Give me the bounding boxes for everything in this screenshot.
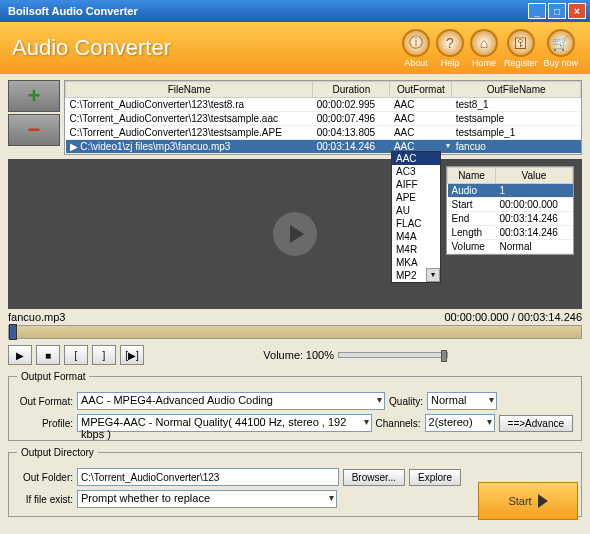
property-row[interactable]: Start00:00:00.000 xyxy=(448,198,573,212)
app-title: Audio Converter xyxy=(12,35,402,61)
mark-out-button[interactable]: ] xyxy=(92,345,116,365)
volume-slider[interactable] xyxy=(338,352,448,358)
table-row[interactable]: C:\Torrent_AudioConverter\123\testsample… xyxy=(66,112,581,126)
format-option[interactable]: AU xyxy=(392,204,440,217)
properties-table[interactable]: NameValueAudio1Start00:00:00.000End00:03… xyxy=(446,166,574,255)
seek-handle[interactable] xyxy=(9,324,17,340)
profile-select[interactable]: MPEG4-AAC - Normal Quality( 44100 Hz, st… xyxy=(77,414,372,432)
header: Audio Converter ⓘAbout?Help⌂Home⚿Registe… xyxy=(0,22,590,74)
minimize-button[interactable]: _ xyxy=(528,3,546,19)
format-option[interactable]: AAC xyxy=(392,152,440,165)
quality-label: Quality: xyxy=(389,396,423,407)
advance-button[interactable]: ==>Advance xyxy=(499,415,573,432)
column-header[interactable]: OutFormat xyxy=(390,82,452,98)
column-header[interactable]: OutFileName xyxy=(452,82,581,98)
out-folder-label: Out Folder: xyxy=(17,472,73,483)
preview-time: 00:00:00.000 / 00:03:14.246 xyxy=(444,311,582,323)
column-header[interactable]: FileName xyxy=(66,82,313,98)
close-button[interactable]: × xyxy=(568,3,586,19)
help-icon: ? xyxy=(436,29,464,57)
about-button[interactable]: ⓘAbout xyxy=(402,29,430,68)
preview-filename: fancuo.mp3 xyxy=(8,311,65,323)
play-range-button[interactable]: [▶] xyxy=(120,345,144,365)
format-option[interactable]: AIFF xyxy=(392,178,440,191)
chevron-down-icon[interactable]: ▾ xyxy=(446,141,450,150)
channels-label: Channels: xyxy=(376,418,421,429)
output-format-group: Output Format Out Format: AAC - MPEG4-Ad… xyxy=(8,371,582,441)
stop-button[interactable]: ■ xyxy=(36,345,60,365)
out-format-label: Out Format: xyxy=(17,396,73,407)
format-option[interactable]: AC3 xyxy=(392,165,440,178)
file-table[interactable]: FileNameDurationOutFormatOutFileName C:\… xyxy=(64,80,582,155)
register-button[interactable]: ⚿Register xyxy=(504,29,538,68)
buy-now-button[interactable]: 🛒Buy now xyxy=(543,29,578,68)
output-format-legend: Output Format xyxy=(17,371,89,382)
remove-file-button[interactable]: − xyxy=(8,114,60,146)
titlebar: Boilsoft Audio Converter _ □ × xyxy=(0,0,590,22)
property-row[interactable]: VolumeNormal xyxy=(448,240,573,254)
table-row[interactable]: C:\video1\zj files\mp3\fancuo.mp300:03:1… xyxy=(66,140,581,154)
column-header: Value xyxy=(495,168,572,184)
volume-label: Volume: 100% xyxy=(263,349,334,361)
about-icon: ⓘ xyxy=(402,29,430,57)
table-row[interactable]: C:\Torrent_AudioConverter\123\test8.ra00… xyxy=(66,98,581,112)
format-option[interactable]: FLAC xyxy=(392,217,440,230)
if-file-exist-label: If file exist: xyxy=(17,494,73,505)
quality-select[interactable]: Normal xyxy=(427,392,497,410)
volume-handle[interactable] xyxy=(441,350,447,362)
output-directory-legend: Output Directory xyxy=(17,447,98,458)
start-button[interactable]: Start xyxy=(478,482,578,520)
register-icon: ⚿ xyxy=(507,29,535,57)
mark-in-button[interactable]: [ xyxy=(64,345,88,365)
home-button[interactable]: ⌂Home xyxy=(470,29,498,68)
format-option[interactable]: M4A xyxy=(392,230,440,243)
column-header: Name xyxy=(448,168,496,184)
play-button[interactable]: ▶ xyxy=(8,345,32,365)
explore-button[interactable]: Explore xyxy=(409,469,461,486)
format-option[interactable]: APE xyxy=(392,191,440,204)
out-format-select[interactable]: AAC - MPEG4-Advanced Audio Coding xyxy=(77,392,385,410)
out-folder-input[interactable] xyxy=(77,468,339,486)
table-row[interactable]: C:\Torrent_AudioConverter\123\testsample… xyxy=(66,126,581,140)
column-header[interactable]: Duration xyxy=(313,82,390,98)
if-file-exist-select[interactable]: Prompt whether to replace xyxy=(77,490,337,508)
window-title: Boilsoft Audio Converter xyxy=(4,5,528,17)
play-icon[interactable] xyxy=(273,212,317,256)
format-option[interactable]: M4R xyxy=(392,243,440,256)
seek-slider[interactable] xyxy=(8,325,582,339)
help-button[interactable]: ?Help xyxy=(436,29,464,68)
property-row[interactable]: End00:03:14.246 xyxy=(448,212,573,226)
scroll-down-icon[interactable]: ▾ xyxy=(426,268,440,282)
property-row[interactable]: Length00:03:14.246 xyxy=(448,226,573,240)
channels-select[interactable]: 2(stereo) xyxy=(425,414,495,432)
maximize-button[interactable]: □ xyxy=(548,3,566,19)
home-icon: ⌂ xyxy=(470,29,498,57)
property-row[interactable]: Audio1 xyxy=(448,184,573,198)
outformat-dropdown[interactable]: AACAC3AIFFAPEAUFLACM4AM4RMKAMP2▾ xyxy=(391,151,441,283)
profile-label: Profile: xyxy=(17,418,73,429)
browse-button[interactable]: Browser... xyxy=(343,469,405,486)
buy now-icon: 🛒 xyxy=(547,29,575,57)
add-file-button[interactable]: + xyxy=(8,80,60,112)
